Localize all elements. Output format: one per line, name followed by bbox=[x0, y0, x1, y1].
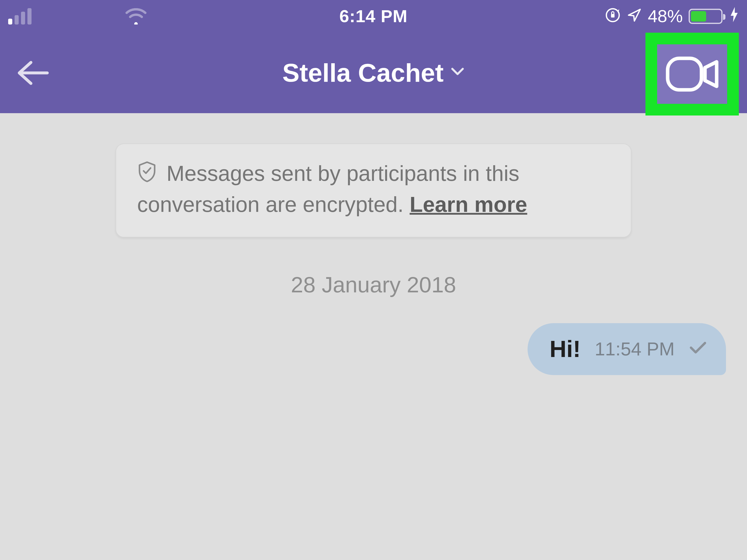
sent-message-bubble[interactable]: Hi! 11:54 PM bbox=[527, 323, 726, 375]
contact-title[interactable]: Stella Cachet bbox=[0, 58, 747, 87]
contact-name: Stella Cachet bbox=[282, 58, 444, 87]
message-time: 11:54 PM bbox=[595, 338, 675, 360]
battery-percent: 48% bbox=[648, 6, 683, 26]
video-call-button[interactable] bbox=[655, 43, 729, 105]
shield-icon bbox=[137, 163, 163, 187]
svg-rect-2 bbox=[668, 58, 701, 90]
orientation-lock-icon bbox=[604, 7, 621, 26]
status-bar: 6:14 PM 48% bbox=[0, 0, 747, 33]
chat-area[interactable]: Messages sent by participants in this co… bbox=[0, 113, 747, 560]
svg-rect-1 bbox=[611, 14, 614, 18]
delivered-check-icon bbox=[689, 341, 707, 357]
chevron-down-icon bbox=[450, 67, 465, 79]
date-separator: 28 January 2018 bbox=[0, 272, 747, 297]
encryption-banner: Messages sent by participants in this co… bbox=[115, 143, 632, 237]
cellular-signal-icon bbox=[8, 8, 31, 25]
charging-icon bbox=[729, 6, 739, 27]
video-camera-icon bbox=[664, 54, 720, 95]
learn-more-link[interactable]: Learn more bbox=[410, 192, 527, 216]
back-arrow-icon bbox=[15, 59, 51, 87]
wifi-icon bbox=[125, 8, 147, 25]
message-row: Hi! 11:54 PM bbox=[0, 323, 747, 375]
location-icon bbox=[627, 8, 642, 25]
back-button[interactable] bbox=[13, 53, 53, 93]
chat-header: Stella Cachet bbox=[0, 33, 747, 113]
message-text: Hi! bbox=[549, 336, 581, 363]
battery-icon bbox=[689, 9, 722, 24]
